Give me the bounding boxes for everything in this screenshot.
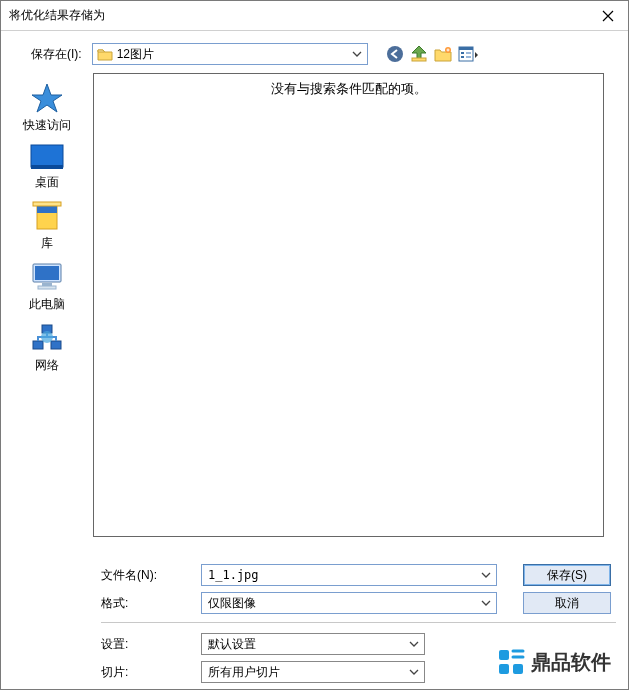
slices-label: 切片:	[101, 664, 191, 681]
desktop-icon	[7, 144, 87, 170]
svg-rect-22	[499, 650, 509, 660]
format-combo[interactable]: 仅限图像	[201, 592, 497, 614]
svg-rect-9	[31, 145, 63, 167]
settings-label: 设置:	[101, 636, 191, 653]
file-list-pane[interactable]: 没有与搜索条件匹配的项。	[93, 73, 604, 537]
filename-input[interactable]: 1_1.jpg	[201, 564, 497, 586]
new-folder-icon[interactable]	[434, 46, 452, 62]
place-label: 此电脑	[7, 296, 87, 313]
watermark-text: 鼎品软件	[531, 649, 611, 676]
svg-rect-17	[38, 286, 56, 289]
save-dialog: 将优化结果存储为 保存在(I): 12图片	[0, 0, 629, 690]
slices-value: 所有用户切片	[208, 664, 280, 681]
chevron-down-icon	[478, 567, 494, 583]
view-menu-icon[interactable]	[458, 46, 480, 62]
svg-rect-7	[466, 52, 471, 54]
chevron-down-icon	[406, 664, 422, 680]
place-network[interactable]: 网络	[7, 317, 87, 378]
format-row: 格式: 仅限图像 取消	[101, 592, 616, 614]
save-in-combo[interactable]: 12图片	[92, 43, 368, 65]
format-label: 格式:	[101, 595, 191, 612]
svg-rect-19	[33, 341, 43, 349]
save-in-value: 12图片	[117, 46, 154, 63]
svg-rect-23	[499, 664, 509, 674]
svg-point-21	[41, 331, 53, 343]
network-icon	[7, 323, 87, 353]
folder-icon	[97, 47, 113, 61]
place-label: 网络	[7, 357, 87, 374]
libraries-icon	[7, 201, 87, 231]
titlebar: 将优化结果存储为	[1, 1, 628, 31]
places-bar: 快速访问 桌面 库 此电脑	[1, 73, 93, 558]
svg-rect-24	[513, 664, 523, 674]
chevron-down-icon	[478, 595, 494, 611]
quick-access-icon	[7, 83, 87, 113]
svg-rect-15	[35, 266, 59, 280]
place-this-pc[interactable]: 此电脑	[7, 256, 87, 317]
filename-label: 文件名(N):	[101, 567, 191, 584]
save-in-label: 保存在(I):	[31, 46, 82, 63]
up-icon[interactable]	[410, 45, 428, 63]
filename-row: 文件名(N): 1_1.jpg 保存(S)	[101, 564, 616, 586]
save-in-row: 保存在(I): 12图片	[1, 31, 628, 73]
svg-rect-10	[31, 165, 63, 169]
place-label: 快速访问	[7, 117, 87, 134]
svg-rect-5	[461, 52, 464, 54]
svg-rect-8	[466, 56, 471, 58]
watermark-logo-icon	[497, 648, 525, 676]
svg-point-0	[387, 46, 403, 62]
place-label: 库	[7, 235, 87, 252]
divider	[101, 622, 616, 623]
empty-message: 没有与搜索条件匹配的项。	[271, 81, 427, 96]
chevron-down-icon	[349, 46, 365, 62]
nav-toolbar	[386, 45, 480, 63]
svg-rect-4	[459, 47, 473, 50]
svg-rect-1	[412, 58, 426, 61]
save-button[interactable]: 保存(S)	[523, 564, 611, 586]
this-pc-icon	[7, 262, 87, 292]
cancel-button[interactable]: 取消	[523, 592, 611, 614]
watermark: 鼎品软件	[489, 644, 619, 680]
format-value: 仅限图像	[208, 595, 256, 612]
svg-rect-6	[461, 56, 464, 58]
close-button[interactable]	[588, 1, 628, 31]
dialog-body: 快速访问 桌面 库 此电脑	[1, 73, 628, 558]
filename-value: 1_1.jpg	[208, 568, 259, 582]
place-desktop[interactable]: 桌面	[7, 138, 87, 195]
svg-rect-20	[51, 341, 61, 349]
settings-combo[interactable]: 默认设置	[201, 633, 425, 655]
place-libraries[interactable]: 库	[7, 195, 87, 256]
chevron-down-icon	[406, 636, 422, 652]
slices-combo[interactable]: 所有用户切片	[201, 661, 425, 683]
back-icon[interactable]	[386, 45, 404, 63]
place-quick-access[interactable]: 快速访问	[7, 77, 87, 138]
place-label: 桌面	[7, 174, 87, 191]
window-title: 将优化结果存储为	[9, 7, 105, 24]
svg-rect-13	[33, 202, 61, 206]
close-icon	[602, 10, 614, 22]
settings-value: 默认设置	[208, 636, 256, 653]
